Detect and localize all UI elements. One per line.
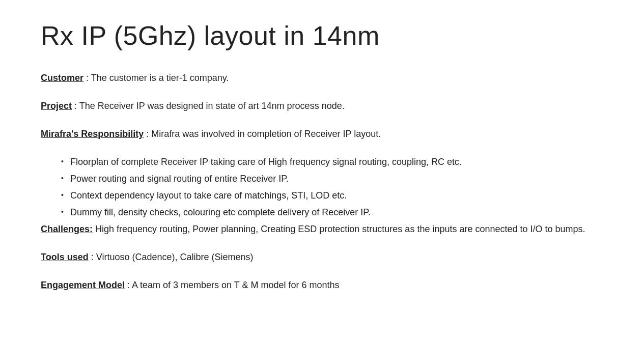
challenges-label: Challenges: xyxy=(41,224,93,234)
customer-text: The customer is a tier-1 company. xyxy=(91,73,229,83)
tools-used-section: Tools used : Virtuoso (Cadence), Calibre… xyxy=(41,250,603,264)
engagement-model-separator: : xyxy=(125,280,132,290)
customer-section: Customer : The customer is a tier-1 comp… xyxy=(41,71,603,85)
tools-used-separator: : xyxy=(89,252,96,262)
tools-used-text: Virtuoso (Cadence), Calibre (Siemens) xyxy=(96,252,254,262)
customer-separator: : xyxy=(83,73,91,83)
mirafra-responsibility-text: Mirafra was involved in completion of Re… xyxy=(151,129,381,139)
engagement-model-section: Engagement Model : A team of 3 members o… xyxy=(41,278,603,292)
list-item: Floorplan of complete Receiver IP taking… xyxy=(61,155,603,169)
responsibility-bullet-list: Floorplan of complete Receiver IP taking… xyxy=(61,155,603,219)
project-text: The Receiver IP was designed in state of… xyxy=(79,101,345,111)
engagement-model-label: Engagement Model xyxy=(41,280,125,290)
tools-used-label: Tools used xyxy=(41,252,89,262)
page-title: Rx IP (5Ghz) layout in 14nm xyxy=(41,20,603,51)
project-label: Project xyxy=(41,101,72,111)
mirafra-responsibility-separator: : xyxy=(144,129,151,139)
list-item: Dummy fill, density checks, colouring et… xyxy=(61,206,603,219)
mirafra-responsibility-label: Mirafra's Responsibility xyxy=(41,129,144,139)
challenges-text: High frequency routing, Power planning, … xyxy=(95,224,585,234)
project-separator: : xyxy=(72,101,79,111)
mirafra-responsibility-section: Mirafra's Responsibility : Mirafra was i… xyxy=(41,127,603,141)
engagement-model-text: A team of 3 members on T & M model for 6… xyxy=(132,280,340,290)
project-section: Project : The Receiver IP was designed i… xyxy=(41,99,603,113)
list-item: Context dependency layout to take care o… xyxy=(61,189,603,203)
challenges-section: Challenges: High frequency routing, Powe… xyxy=(41,222,603,236)
list-item: Power routing and signal routing of enti… xyxy=(61,172,603,186)
customer-label: Customer xyxy=(41,73,83,83)
